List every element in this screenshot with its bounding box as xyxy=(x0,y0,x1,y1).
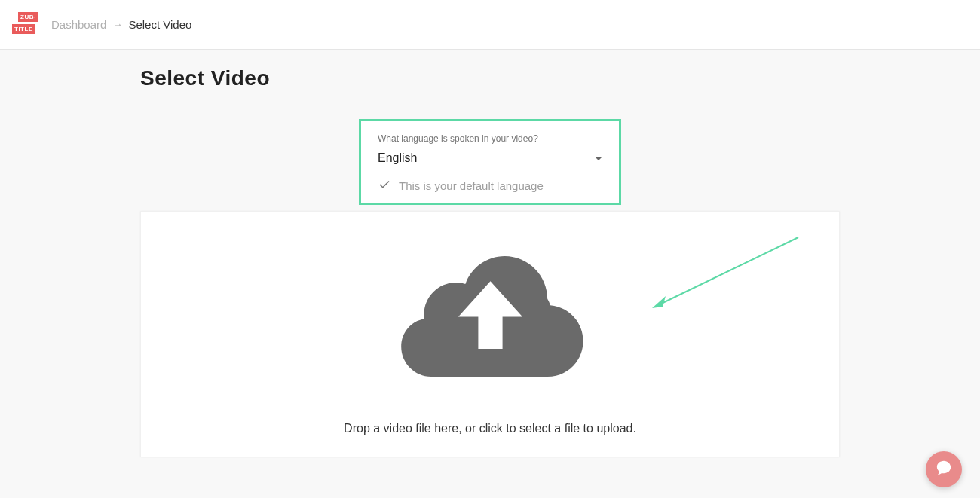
logo-text-top: ZUB· xyxy=(18,12,38,22)
language-selected-value: English xyxy=(378,151,417,165)
breadcrumb-arrow-icon: → xyxy=(112,19,122,30)
help-button[interactable] xyxy=(926,451,962,487)
language-hint-text: This is your default language xyxy=(399,179,544,192)
chat-icon xyxy=(936,460,952,479)
breadcrumb-current: Select Video xyxy=(128,18,191,31)
chevron-down-icon xyxy=(595,157,602,160)
app-header: ZUB· TITLE Dashboard → Select Video xyxy=(0,0,980,50)
svg-marker-1 xyxy=(652,296,666,308)
annotation-arrow-icon xyxy=(649,236,800,314)
language-hint: This is your default language xyxy=(378,178,602,194)
language-panel: What language is spoken in your video? E… xyxy=(359,119,621,205)
breadcrumb-dashboard-link[interactable]: Dashboard xyxy=(51,18,106,31)
page-title: Select Video xyxy=(140,66,840,90)
upload-prompt-text: Drop a video file here, or click to sele… xyxy=(156,422,824,435)
cloud-upload-icon xyxy=(390,242,590,380)
language-select[interactable]: English xyxy=(378,148,602,170)
logo-text-bottom: TITLE xyxy=(12,24,35,34)
breadcrumb: Dashboard → Select Video xyxy=(51,18,191,31)
language-label: What language is spoken in your video? xyxy=(378,133,602,144)
main-content: Select Video What language is spoken in … xyxy=(0,66,980,457)
svg-line-0 xyxy=(658,237,798,305)
check-icon xyxy=(378,178,391,194)
upload-dropzone[interactable]: Drop a video file here, or click to sele… xyxy=(140,211,840,457)
logo[interactable]: ZUB· TITLE xyxy=(12,12,36,38)
